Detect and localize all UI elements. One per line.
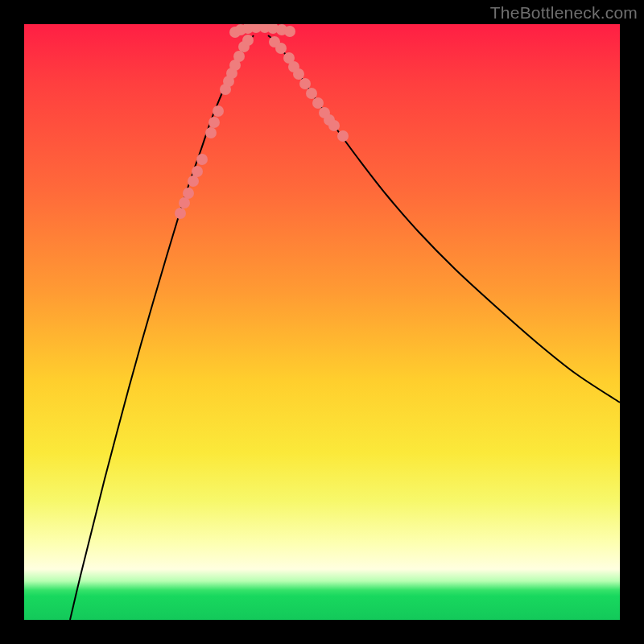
dot [233, 51, 245, 62]
dot [242, 35, 254, 46]
dot [275, 43, 287, 54]
curve-right-curve [268, 35, 620, 402]
chart-frame: TheBottleneck.com [0, 0, 644, 644]
dot [175, 208, 186, 219]
dot [179, 197, 190, 208]
dot [196, 154, 208, 165]
dot [213, 105, 224, 117]
dot [183, 188, 194, 199]
plot-area [24, 24, 620, 620]
dot [306, 88, 317, 99]
dot [208, 117, 220, 128]
curve-left-curve [70, 35, 254, 620]
dot [337, 130, 349, 142]
dot [293, 68, 304, 80]
dot [205, 127, 217, 138]
dot [328, 120, 340, 131]
dot [188, 175, 199, 187]
dot [284, 26, 295, 37]
dot [299, 78, 311, 89]
chart-svg [24, 24, 620, 620]
dot [312, 97, 324, 109]
dot [192, 166, 203, 177]
watermark-text: TheBottleneck.com [490, 3, 638, 23]
